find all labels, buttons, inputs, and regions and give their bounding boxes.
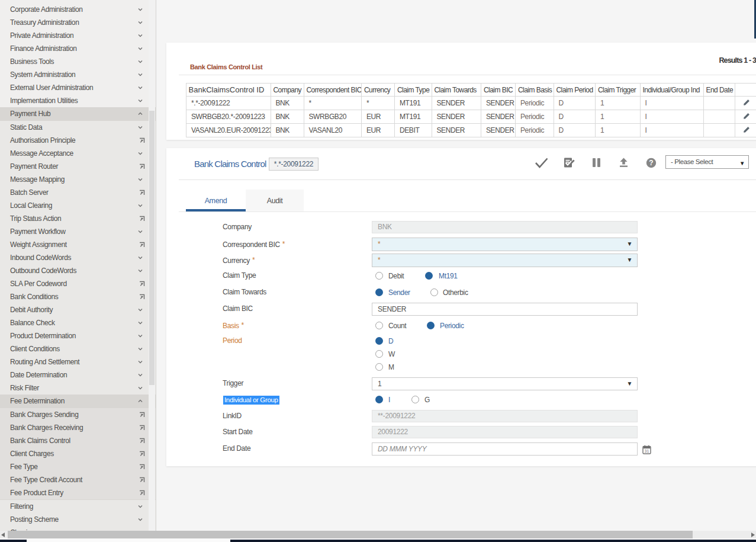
svg-text:?: ? xyxy=(649,159,653,167)
svg-text:31: 31 xyxy=(645,449,649,453)
